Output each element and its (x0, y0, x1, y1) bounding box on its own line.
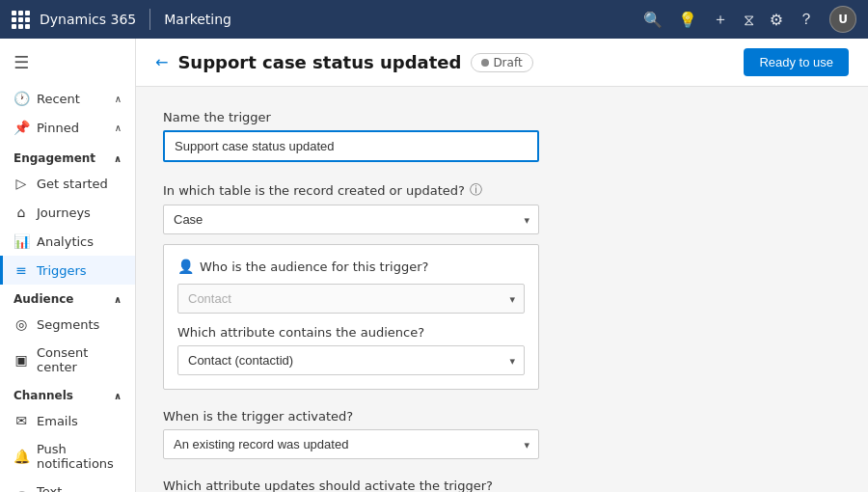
filter-icon[interactable]: ⧖ (744, 11, 754, 29)
add-icon[interactable]: ＋ (713, 10, 728, 30)
updates-label: Which attribute updates should activate … (163, 478, 841, 492)
page-title: Support case status updated (177, 52, 461, 72)
trigger-name-label: Name the trigger (163, 110, 841, 124)
activation-select-wrap: An existing record was updated ▾ (163, 429, 539, 459)
sidebar-item-consent-center[interactable]: ▣ Consent center (0, 339, 135, 381)
channels-header: Channels ∧ (0, 381, 135, 406)
sidebar-item-pinned[interactable]: 📌 Pinned ∧ (0, 113, 135, 142)
attribute-label: Which attribute contains the audience? (177, 325, 525, 340)
journeys-icon: ⌂ (14, 205, 29, 220)
triggers-icon: ≡ (14, 262, 29, 278)
lightbulb-icon[interactable]: 💡 (678, 11, 697, 29)
channels-chevron: ∧ (114, 391, 122, 401)
trigger-name-group: Name the trigger (163, 110, 841, 162)
sidebar-item-recent[interactable]: 🕐 Recent ∧ (0, 84, 135, 113)
engagement-chevron: ∧ (114, 153, 122, 164)
get-started-icon: ▷ (14, 176, 29, 191)
updates-group: Which attribute updates should activate … (163, 478, 841, 492)
sidebar-item-get-started[interactable]: ▷ Get started (0, 169, 135, 198)
back-button[interactable]: ← (155, 53, 168, 71)
draft-dot (481, 59, 489, 67)
form-area: Name the trigger In which table is the r… (136, 87, 868, 492)
sidebar-item-segments[interactable]: ◎ Segments (0, 310, 135, 339)
pinned-chevron: ∧ (115, 123, 122, 133)
emails-icon: ✉ (14, 413, 29, 428)
sidebar-item-analytics[interactable]: 📊 Analytics (0, 227, 135, 256)
audience-section-label: 👤 Who is the audience for this trigger? (177, 259, 525, 274)
audience-select-wrap: Contact ▾ (177, 284, 525, 314)
audience-box: 👤 Who is the audience for this trigger? … (163, 244, 539, 390)
analytics-icon: 📊 (14, 233, 29, 249)
status-label: Draft (493, 56, 522, 69)
attribute-select[interactable]: Contact (contactid) (177, 345, 525, 375)
table-label: In which table is the record created or … (163, 181, 841, 199)
segments-icon: ◎ (14, 316, 29, 332)
audience-chevron: ∧ (114, 294, 122, 305)
settings-icon[interactable]: ⚙ (770, 11, 783, 29)
table-group: In which table is the record created or … (163, 181, 841, 390)
table-select-wrap: Case ▾ (163, 205, 539, 234)
activation-group: When is the trigger activated? An existi… (163, 409, 841, 459)
search-icon[interactable]: 🔍 (643, 11, 663, 29)
module-name: Marketing (164, 12, 231, 27)
main-content: ← Support case status updated Draft Read… (136, 39, 868, 492)
topbar-divider (149, 9, 150, 30)
audience-select[interactable]: Contact (177, 284, 525, 314)
ready-to-use-button[interactable]: Ready to use (744, 48, 849, 76)
sidebar: ☰ 🕐 Recent ∧ 📌 Pinned ∧ Engagement ∧ ▷ G… (0, 39, 136, 492)
help-icon[interactable]: ？ (799, 10, 814, 30)
pin-icon: 📌 (14, 120, 29, 135)
sidebar-item-push-notifications[interactable]: 🔔 Push notifications (0, 435, 135, 478)
app-grid-icon[interactable] (12, 11, 30, 29)
sidebar-item-journeys[interactable]: ⌂ Journeys (0, 198, 135, 227)
topbar: Dynamics 365 Marketing 🔍 💡 ＋ ⧖ ⚙ ？ U (0, 0, 868, 39)
recent-icon: 🕐 (14, 91, 29, 106)
sidebar-recent-section: 🕐 Recent ∧ 📌 Pinned ∧ (0, 82, 135, 144)
brand-name: Dynamics 365 (40, 12, 136, 27)
audience-header: Audience ∧ (0, 285, 135, 310)
topbar-actions: 🔍 💡 ＋ ⧖ ⚙ ？ U (643, 6, 856, 33)
push-icon: 🔔 (14, 449, 29, 464)
sidebar-item-emails[interactable]: ✉ Emails (0, 406, 135, 435)
attribute-select-wrap: Contact (contactid) ▾ (177, 345, 525, 375)
status-badge: Draft (471, 53, 532, 72)
sidebar-hamburger[interactable]: ☰ (0, 46, 135, 78)
trigger-name-input[interactable] (163, 130, 539, 162)
page-header: ← Support case status updated Draft Read… (136, 39, 868, 87)
consent-icon: ▣ (14, 352, 29, 368)
user-avatar[interactable]: U (829, 6, 856, 33)
engagement-header: Engagement ∧ (0, 144, 135, 169)
sidebar-item-triggers[interactable]: ≡ Triggers (0, 256, 135, 285)
table-info-icon[interactable]: ⓘ (470, 181, 482, 199)
table-select[interactable]: Case (163, 205, 539, 234)
recent-chevron: ∧ (115, 94, 122, 104)
sidebar-item-text-messages[interactable]: 💬 Text messages (0, 478, 135, 492)
activation-label: When is the trigger activated? (163, 409, 841, 424)
audience-icon: 👤 (177, 259, 194, 274)
activation-select[interactable]: An existing record was updated (163, 429, 539, 459)
